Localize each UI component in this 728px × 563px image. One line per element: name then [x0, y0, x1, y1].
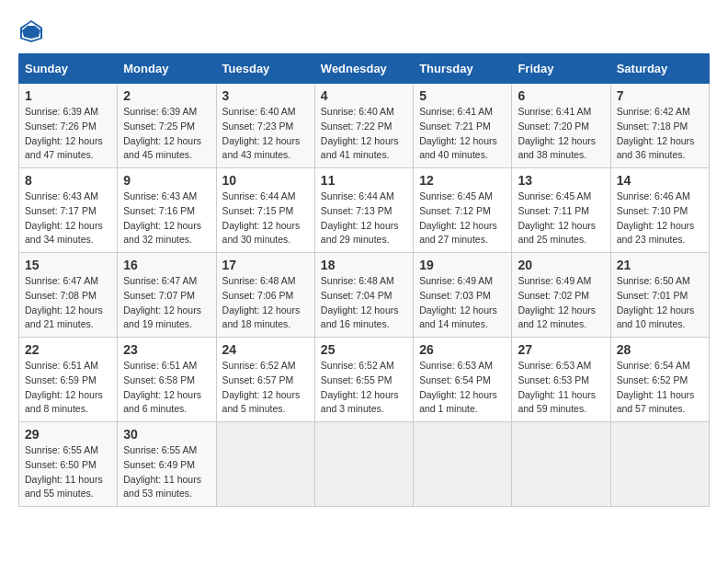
- day-number: 11: [321, 173, 407, 188]
- day-number: 27: [518, 342, 604, 357]
- day-info: Sunrise: 6:39 AM Sunset: 7:25 PM Dayligh…: [123, 105, 210, 163]
- week-row-5: 29 Sunrise: 6:55 AM Sunset: 6:50 PM Dayl…: [19, 422, 710, 507]
- day-info: Sunrise: 6:53 AM Sunset: 6:53 PM Dayligh…: [518, 359, 604, 417]
- day-cell: 19 Sunrise: 6:49 AM Sunset: 7:03 PM Dayl…: [414, 253, 512, 338]
- day-header-sunday: Sunday: [19, 54, 118, 84]
- day-cell: 3 Sunrise: 6:40 AM Sunset: 7:23 PM Dayli…: [216, 84, 314, 168]
- day-number: 19: [419, 258, 506, 272]
- day-info: Sunrise: 6:45 AM Sunset: 7:12 PM Dayligh…: [419, 190, 506, 247]
- day-cell: 12 Sunrise: 6:45 AM Sunset: 7:12 PM Dayl…: [414, 168, 512, 253]
- day-number: 13: [518, 173, 604, 188]
- day-info: Sunrise: 6:43 AM Sunset: 7:16 PM Dayligh…: [123, 190, 210, 247]
- day-number: 21: [617, 258, 703, 272]
- day-number: 16: [123, 258, 210, 272]
- day-number: 6: [518, 88, 604, 103]
- day-number: 28: [617, 342, 703, 357]
- day-number: 8: [25, 173, 111, 188]
- day-cell: 1 Sunrise: 6:39 AM Sunset: 7:26 PM Dayli…: [19, 84, 118, 168]
- day-cell: 7 Sunrise: 6:42 AM Sunset: 7:18 PM Dayli…: [610, 84, 709, 168]
- day-number: 3: [222, 88, 309, 103]
- day-number: 4: [321, 88, 407, 103]
- day-cell: 17 Sunrise: 6:48 AM Sunset: 7:06 PM Dayl…: [216, 253, 314, 338]
- day-header-wednesday: Wednesday: [314, 54, 413, 84]
- day-info: Sunrise: 6:46 AM Sunset: 7:10 PM Dayligh…: [617, 190, 703, 247]
- logo-icon: [18, 18, 44, 44]
- day-header-row: SundayMondayTuesdayWednesdayThursdayFrid…: [19, 54, 710, 84]
- day-header-tuesday: Tuesday: [216, 54, 314, 84]
- day-cell: 9 Sunrise: 6:43 AM Sunset: 7:16 PM Dayli…: [118, 168, 216, 253]
- day-cell: 22 Sunrise: 6:51 AM Sunset: 6:59 PM Dayl…: [19, 338, 118, 422]
- day-cell: 2 Sunrise: 6:39 AM Sunset: 7:25 PM Dayli…: [118, 84, 216, 168]
- day-number: 26: [419, 342, 506, 357]
- day-number: 17: [222, 258, 309, 272]
- day-header-thursday: Thursday: [414, 54, 512, 84]
- day-cell: [314, 422, 413, 507]
- day-info: Sunrise: 6:55 AM Sunset: 6:50 PM Dayligh…: [25, 443, 111, 501]
- day-cell: 29 Sunrise: 6:55 AM Sunset: 6:50 PM Dayl…: [19, 422, 118, 507]
- day-info: Sunrise: 6:48 AM Sunset: 7:04 PM Dayligh…: [321, 274, 407, 332]
- day-info: Sunrise: 6:52 AM Sunset: 6:57 PM Dayligh…: [222, 359, 309, 417]
- day-info: Sunrise: 6:50 AM Sunset: 7:01 PM Dayligh…: [617, 274, 703, 332]
- day-info: Sunrise: 6:42 AM Sunset: 7:18 PM Dayligh…: [617, 105, 703, 163]
- day-cell: 20 Sunrise: 6:49 AM Sunset: 7:02 PM Dayl…: [512, 253, 610, 338]
- day-cell: 6 Sunrise: 6:41 AM Sunset: 7:20 PM Dayli…: [512, 84, 610, 168]
- day-cell: [414, 422, 512, 507]
- day-cell: 14 Sunrise: 6:46 AM Sunset: 7:10 PM Dayl…: [610, 168, 709, 253]
- day-cell: 16 Sunrise: 6:47 AM Sunset: 7:07 PM Dayl…: [118, 253, 216, 338]
- day-info: Sunrise: 6:49 AM Sunset: 7:03 PM Dayligh…: [419, 274, 506, 332]
- day-cell: 21 Sunrise: 6:50 AM Sunset: 7:01 PM Dayl…: [610, 253, 709, 338]
- day-info: Sunrise: 6:49 AM Sunset: 7:02 PM Dayligh…: [518, 274, 604, 332]
- day-number: 14: [617, 173, 703, 188]
- day-cell: 28 Sunrise: 6:54 AM Sunset: 6:52 PM Dayl…: [610, 338, 709, 422]
- day-cell: 10 Sunrise: 6:44 AM Sunset: 7:15 PM Dayl…: [216, 168, 314, 253]
- day-header-friday: Friday: [512, 54, 610, 84]
- week-row-4: 22 Sunrise: 6:51 AM Sunset: 6:59 PM Dayl…: [19, 338, 710, 422]
- day-cell: 5 Sunrise: 6:41 AM Sunset: 7:21 PM Dayli…: [414, 84, 512, 168]
- day-cell: 8 Sunrise: 6:43 AM Sunset: 7:17 PM Dayli…: [19, 168, 118, 253]
- day-cell: 18 Sunrise: 6:48 AM Sunset: 7:04 PM Dayl…: [314, 253, 413, 338]
- day-cell: 23 Sunrise: 6:51 AM Sunset: 6:58 PM Dayl…: [118, 338, 216, 422]
- day-cell: 4 Sunrise: 6:40 AM Sunset: 7:22 PM Dayli…: [314, 84, 413, 168]
- day-info: Sunrise: 6:53 AM Sunset: 6:54 PM Dayligh…: [419, 359, 506, 417]
- day-number: 30: [123, 427, 210, 442]
- day-number: 18: [321, 258, 407, 272]
- week-row-2: 8 Sunrise: 6:43 AM Sunset: 7:17 PM Dayli…: [19, 168, 710, 253]
- day-info: Sunrise: 6:47 AM Sunset: 7:08 PM Dayligh…: [25, 274, 111, 332]
- day-info: Sunrise: 6:41 AM Sunset: 7:21 PM Dayligh…: [419, 105, 506, 163]
- day-cell: 15 Sunrise: 6:47 AM Sunset: 7:08 PM Dayl…: [19, 253, 118, 338]
- day-number: 2: [123, 88, 210, 103]
- day-cell: 27 Sunrise: 6:53 AM Sunset: 6:53 PM Dayl…: [512, 338, 610, 422]
- day-cell: 24 Sunrise: 6:52 AM Sunset: 6:57 PM Dayl…: [216, 338, 314, 422]
- day-number: 10: [222, 173, 309, 188]
- logo: [18, 18, 48, 44]
- day-number: 24: [222, 342, 309, 357]
- day-info: Sunrise: 6:41 AM Sunset: 7:20 PM Dayligh…: [518, 105, 604, 163]
- header: [18, 18, 710, 44]
- day-number: 23: [123, 342, 210, 357]
- day-info: Sunrise: 6:52 AM Sunset: 6:55 PM Dayligh…: [321, 359, 407, 417]
- day-info: Sunrise: 6:48 AM Sunset: 7:06 PM Dayligh…: [222, 274, 309, 332]
- week-row-3: 15 Sunrise: 6:47 AM Sunset: 7:08 PM Dayl…: [19, 253, 710, 338]
- day-cell: 26 Sunrise: 6:53 AM Sunset: 6:54 PM Dayl…: [414, 338, 512, 422]
- calendar-table: SundayMondayTuesdayWednesdayThursdayFrid…: [18, 53, 710, 507]
- day-info: Sunrise: 6:43 AM Sunset: 7:17 PM Dayligh…: [25, 190, 111, 247]
- day-cell: 11 Sunrise: 6:44 AM Sunset: 7:13 PM Dayl…: [314, 168, 413, 253]
- day-number: 12: [419, 173, 506, 188]
- day-number: 25: [321, 342, 407, 357]
- day-cell: 13 Sunrise: 6:45 AM Sunset: 7:11 PM Dayl…: [512, 168, 610, 253]
- day-cell: [216, 422, 314, 507]
- day-number: 7: [617, 88, 703, 103]
- day-info: Sunrise: 6:40 AM Sunset: 7:22 PM Dayligh…: [321, 105, 407, 163]
- week-row-1: 1 Sunrise: 6:39 AM Sunset: 7:26 PM Dayli…: [19, 84, 710, 168]
- day-info: Sunrise: 6:51 AM Sunset: 6:58 PM Dayligh…: [123, 359, 210, 417]
- day-number: 15: [25, 258, 111, 272]
- day-info: Sunrise: 6:55 AM Sunset: 6:49 PM Dayligh…: [123, 443, 210, 501]
- day-info: Sunrise: 6:44 AM Sunset: 7:13 PM Dayligh…: [321, 190, 407, 247]
- day-header-saturday: Saturday: [610, 54, 709, 84]
- day-number: 1: [25, 88, 111, 103]
- day-info: Sunrise: 6:40 AM Sunset: 7:23 PM Dayligh…: [222, 105, 309, 163]
- day-number: 22: [25, 342, 111, 357]
- day-cell: [610, 422, 709, 507]
- day-cell: 25 Sunrise: 6:52 AM Sunset: 6:55 PM Dayl…: [314, 338, 413, 422]
- day-info: Sunrise: 6:45 AM Sunset: 7:11 PM Dayligh…: [518, 190, 604, 247]
